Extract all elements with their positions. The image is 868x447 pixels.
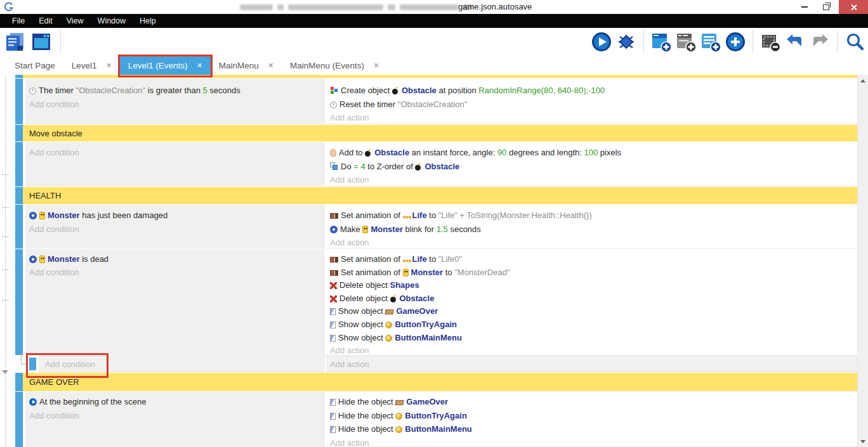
event-handle-bar[interactable] bbox=[15, 205, 23, 249]
action-line[interactable]: Set animation of Life to "Life0" bbox=[330, 253, 857, 266]
monster-icon bbox=[403, 269, 409, 276]
tab-mainmenu[interactable]: MainMenu× bbox=[211, 56, 282, 75]
delete-icon bbox=[330, 295, 337, 302]
menu-file[interactable]: File bbox=[5, 14, 32, 28]
delete-event-icon[interactable] bbox=[760, 30, 781, 53]
event-handle-bar[interactable] bbox=[15, 125, 23, 141]
action-line[interactable]: Show object ButtonTryAgain bbox=[330, 318, 857, 332]
gdevelop-logo-icon bbox=[4, 2, 14, 15]
close-button[interactable] bbox=[839, 0, 868, 14]
add-circle-icon[interactable] bbox=[725, 30, 746, 53]
tab-mainmenu-events[interactable]: MainMenu (Events)× bbox=[282, 56, 387, 75]
subevent-row: Add condition Add action bbox=[14, 356, 857, 372]
tab-level1-events[interactable]: Level1 (Events) × bbox=[120, 56, 211, 75]
event-handle-bar[interactable] bbox=[15, 75, 23, 78]
actions-cell: Set animation of Life to "Life" + ToStri… bbox=[326, 205, 857, 249]
tab-level1[interactable]: Level1× bbox=[63, 56, 120, 75]
gutter-line bbox=[5, 75, 6, 447]
event-handle-bar[interactable] bbox=[15, 249, 23, 355]
project-manager-icon[interactable] bbox=[4, 30, 25, 53]
add-event-icon[interactable] bbox=[650, 30, 672, 53]
add-condition-button[interactable]: Add condition bbox=[29, 146, 325, 160]
redo-icon[interactable] bbox=[809, 30, 831, 53]
tab-start-page[interactable]: Start Page bbox=[6, 56, 63, 75]
condition-line[interactable]: Monster is dead bbox=[29, 253, 325, 266]
close-icon[interactable]: × bbox=[107, 60, 112, 70]
subevent-handle-bar[interactable] bbox=[29, 358, 36, 370]
monster-icon bbox=[39, 212, 45, 219]
fold-arrow-icon[interactable] bbox=[2, 370, 8, 374]
redacted-title-text bbox=[240, 4, 473, 10]
action-line[interactable]: Set animation of Monster to "MonsterDead… bbox=[330, 266, 857, 280]
action-line[interactable]: Show object GameOver bbox=[330, 305, 857, 318]
action-line[interactable]: Show object ButtonMainMenu bbox=[330, 332, 857, 345]
action-line[interactable]: Create object Obstacle at position Rando… bbox=[330, 84, 857, 98]
comment-text[interactable]: GAME OVER bbox=[23, 373, 857, 391]
toolbar-separator bbox=[837, 30, 838, 53]
scroll-up-icon[interactable] bbox=[860, 79, 865, 82]
condition-line[interactable]: At the beginning of the scene bbox=[29, 395, 325, 409]
add-action-button[interactable]: Add action bbox=[330, 344, 857, 355]
events-gutter bbox=[0, 75, 14, 447]
event-handle-bar[interactable] bbox=[15, 373, 23, 391]
close-icon[interactable]: × bbox=[268, 60, 273, 70]
monster-icon bbox=[39, 256, 45, 263]
add-subevent-icon[interactable] bbox=[675, 30, 697, 53]
zorder-icon bbox=[330, 162, 338, 171]
close-icon[interactable]: × bbox=[197, 60, 202, 70]
create-icon bbox=[330, 86, 338, 94]
scroll-down-icon[interactable] bbox=[860, 440, 865, 443]
action-line[interactable]: Reset the timer "ObstacleCreation" bbox=[330, 98, 857, 112]
menu-view[interactable]: View bbox=[60, 14, 91, 28]
minimize-button[interactable] bbox=[794, 0, 815, 14]
event-handle-bar[interactable] bbox=[15, 187, 23, 204]
action-line[interactable]: Hide the object ButtonMainMenu bbox=[330, 422, 857, 436]
restore-button[interactable] bbox=[816, 0, 836, 14]
add-condition-button[interactable]: Add condition bbox=[45, 358, 325, 372]
action-line[interactable]: Set animation of Life to "Life" + ToStri… bbox=[330, 209, 857, 223]
action-line[interactable]: Delete object Shapes bbox=[330, 279, 857, 292]
event-handle-bar[interactable] bbox=[15, 142, 23, 186]
debug-icon[interactable] bbox=[615, 30, 637, 53]
undo-icon[interactable] bbox=[784, 30, 806, 53]
event-handle-bar[interactable] bbox=[15, 79, 23, 124]
tree-tick bbox=[2, 174, 9, 175]
action-line[interactable]: Make Monster blink for 1.5 seconds bbox=[330, 223, 857, 236]
tab-bar: Start Page Level1× Level1 (Events) × Mai… bbox=[0, 56, 868, 75]
menu-help[interactable]: Help bbox=[133, 14, 163, 28]
add-condition-button[interactable]: Add condition bbox=[29, 223, 325, 236]
play-icon[interactable] bbox=[591, 30, 612, 53]
close-icon[interactable]: × bbox=[374, 60, 379, 70]
menu-edit[interactable]: Edit bbox=[32, 14, 60, 28]
add-condition-button[interactable]: Add condition bbox=[29, 266, 325, 280]
add-condition-button[interactable]: Add condition bbox=[29, 409, 325, 423]
action-line[interactable]: Hide the object GameOver bbox=[330, 395, 857, 409]
add-action-button[interactable]: Add action bbox=[330, 173, 857, 186]
event-handle-bar[interactable] bbox=[15, 392, 23, 447]
life-icon bbox=[403, 215, 411, 219]
add-action-button[interactable]: Add action bbox=[330, 436, 857, 447]
action-line[interactable]: Add to Obstacle an instant force, angle:… bbox=[330, 146, 857, 160]
comment-row[interactable]: HEALTH bbox=[14, 187, 857, 204]
add-action-button[interactable]: Add action bbox=[330, 111, 857, 124]
vertical-scrollbar[interactable] bbox=[857, 75, 868, 447]
action-line[interactable]: Do = 4 to Z-order of Obstacle bbox=[330, 160, 857, 174]
condition-line[interactable]: Monster has just been damaged bbox=[29, 209, 325, 223]
title-bar: game.json.autosave bbox=[0, 0, 868, 14]
menu-window[interactable]: Window bbox=[91, 14, 133, 28]
search-icon[interactable] bbox=[844, 30, 865, 53]
animation-icon bbox=[330, 270, 338, 276]
scene-editor-icon[interactable] bbox=[30, 30, 52, 53]
add-comment-icon[interactable] bbox=[700, 30, 721, 53]
comment-row[interactable]: Move obstacle bbox=[14, 125, 857, 141]
add-condition-button[interactable]: Add condition bbox=[29, 98, 325, 112]
add-action-button[interactable]: Add action bbox=[330, 358, 857, 372]
action-line[interactable]: Hide the object ButtonTryAgain bbox=[330, 409, 857, 423]
life-icon bbox=[403, 259, 411, 263]
comment-text[interactable]: Move obstacle bbox=[23, 125, 857, 141]
comment-row[interactable]: GAME OVER bbox=[14, 373, 857, 391]
add-action-button[interactable]: Add action bbox=[330, 236, 857, 249]
comment-text[interactable]: HEALTH bbox=[23, 187, 857, 204]
action-line[interactable]: Delete object Obstacle bbox=[330, 292, 857, 306]
condition-line[interactable]: The timer "ObstacleCreation" is greater … bbox=[29, 84, 325, 98]
